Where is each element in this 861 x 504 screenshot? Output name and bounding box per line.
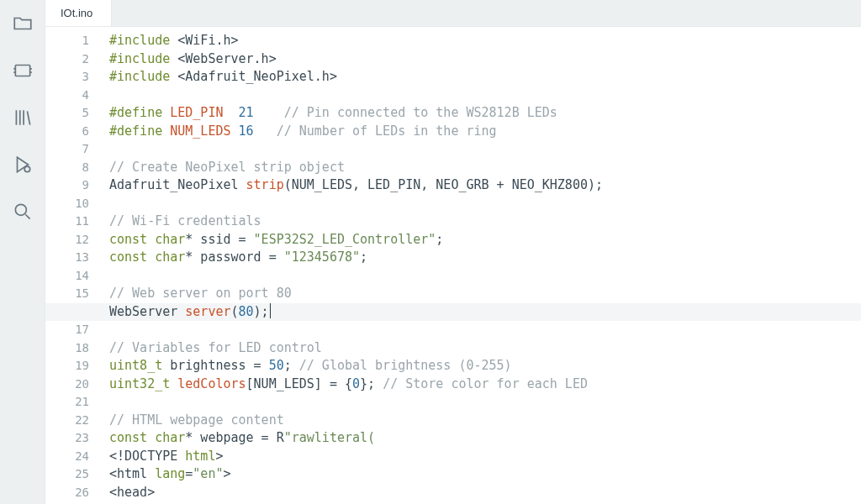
- code-line[interactable]: [109, 267, 861, 286]
- main-area: IOt.ino 12345678910111213141516171819202…: [45, 0, 861, 504]
- code-line[interactable]: // Variables for LED control: [109, 339, 861, 358]
- board-icon[interactable]: [11, 59, 34, 82]
- tab-file[interactable]: IOt.ino: [45, 0, 112, 26]
- code-line[interactable]: <html lang="en">: [109, 465, 861, 484]
- line-number: 4: [45, 87, 89, 105]
- code-line[interactable]: [109, 195, 861, 213]
- svg-marker-1: [17, 157, 28, 171]
- text-cursor: [270, 303, 271, 318]
- line-number: 15: [45, 285, 89, 303]
- line-number: 21: [45, 393, 89, 412]
- code-line[interactable]: [109, 87, 861, 105]
- code-line[interactable]: <!DOCTYPE html>: [109, 448, 861, 466]
- library-icon[interactable]: [11, 106, 34, 129]
- line-number: 19: [45, 357, 89, 375]
- line-number: 14: [45, 267, 89, 286]
- line-number: 26: [45, 484, 89, 502]
- activity-bar: [0, 0, 45, 504]
- code-line[interactable]: #include <WebServer.h>: [109, 50, 861, 69]
- code-line[interactable]: const char* ssid = "ESP32S2_LED_Controll…: [109, 231, 861, 249]
- svg-rect-0: [15, 66, 29, 76]
- line-number: 3: [45, 68, 89, 87]
- code-line[interactable]: // Web server on port 80: [109, 285, 861, 303]
- line-number: 24: [45, 448, 89, 466]
- line-number: 13: [45, 249, 89, 267]
- code-line[interactable]: uint32_t ledColors[NUM_LEDS] = {0}; // S…: [109, 375, 861, 394]
- code-line[interactable]: [109, 321, 861, 339]
- line-number: 22: [45, 412, 89, 430]
- debug-icon[interactable]: [11, 153, 34, 176]
- line-number: 23: [45, 429, 89, 448]
- code-line[interactable]: #include <WiFi.h>: [109, 32, 861, 50]
- line-number: 8: [45, 159, 89, 177]
- line-number: 7: [45, 140, 89, 159]
- app-root: IOt.ino 12345678910111213141516171819202…: [0, 0, 861, 504]
- code-line[interactable]: Adafruit_NeoPixel strip(NUM_LEDS, LED_PI…: [109, 176, 861, 195]
- line-number: 11: [45, 213, 89, 231]
- code-area[interactable]: #include <WiFi.h>#include <WebServer.h>#…: [109, 27, 861, 504]
- folder-icon[interactable]: [11, 12, 34, 35]
- line-number: 17: [45, 321, 89, 339]
- tab-bar: IOt.ino: [45, 0, 861, 27]
- tab-title: IOt.ino: [61, 7, 92, 19]
- line-number-gutter: 1234567891011121314151617181920212223242…: [45, 27, 109, 504]
- line-number: 9: [45, 176, 89, 195]
- code-line[interactable]: uint8_t brightness = 50; // Global brigh…: [109, 357, 861, 375]
- code-line[interactable]: #define LED_PIN 21 // Pin connected to t…: [109, 104, 861, 123]
- line-number: 18: [45, 339, 89, 358]
- line-number: 1: [45, 32, 89, 50]
- code-line[interactable]: const char* webpage = R"rawliteral(: [109, 429, 861, 448]
- code-line[interactable]: // Wi-Fi credentials: [109, 213, 861, 231]
- line-number: 5: [45, 104, 89, 123]
- code-line[interactable]: [109, 393, 861, 412]
- line-number: 12: [45, 231, 89, 249]
- search-icon[interactable]: [11, 200, 34, 223]
- svg-point-2: [24, 166, 29, 172]
- code-editor[interactable]: 1234567891011121314151617181920212223242…: [45, 27, 861, 504]
- code-line[interactable]: [109, 140, 861, 159]
- code-line[interactable]: const char* password = "12345678";: [109, 249, 861, 267]
- line-number: 6: [45, 123, 89, 141]
- line-number: 20: [45, 375, 89, 394]
- code-line[interactable]: // HTML webpage content: [109, 412, 861, 430]
- code-line[interactable]: #define NUM_LEDS 16 // Number of LEDs in…: [109, 123, 861, 141]
- line-number: 2: [45, 50, 89, 69]
- svg-point-3: [15, 204, 26, 215]
- code-line[interactable]: // Create NeoPixel strip object: [109, 159, 861, 177]
- line-number: 10: [45, 195, 89, 213]
- code-line[interactable]: #include <Adafruit_NeoPixel.h>: [109, 68, 861, 87]
- code-line[interactable]: <head>: [109, 484, 861, 502]
- line-number: 25: [45, 465, 89, 484]
